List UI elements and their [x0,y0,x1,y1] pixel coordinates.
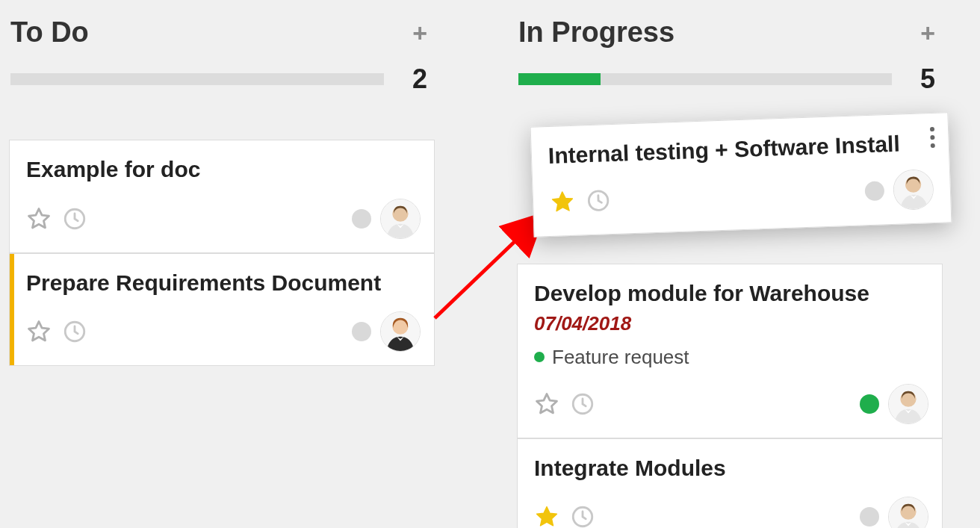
column-progress-row: 2 [9,55,435,105]
task-card[interactable]: Integrate Modules [517,438,943,529]
kebab-icon[interactable] [927,124,938,151]
clock-icon[interactable] [62,319,87,344]
clock-icon[interactable] [62,206,87,232]
card-title: Example for doc [26,155,421,184]
column-header: In Progress + [517,0,943,55]
column-title: In Progress [518,16,674,49]
column-progress-row: 5 [517,55,943,105]
dragged-card[interactable]: Internal testing + Software Install [530,112,952,237]
column-header: To Do + [9,0,435,55]
column-progress-fill [518,73,601,85]
card-list: Develop module for Warehouse 07/04/2018 … [517,264,943,528]
clock-icon[interactable] [586,187,612,214]
task-card[interactable]: Prepare Requirements Document [9,253,435,367]
avatar[interactable] [380,311,421,352]
column-progress-bar [518,73,892,85]
avatar[interactable] [888,497,928,528]
task-card[interactable]: Develop module for Warehouse 07/04/2018 … [517,264,943,438]
kanban-board: To Do + 2 Example for doc [0,0,980,528]
tag-dot [534,352,545,362]
card-title: Prepare Requirements Document [26,269,421,297]
card-footer [534,384,928,424]
star-icon[interactable] [534,391,559,417]
status-dot [352,209,371,229]
star-icon[interactable] [534,504,559,528]
card-title: Integrate Modules [534,454,928,482]
avatar[interactable] [888,384,928,424]
clock-icon[interactable] [570,391,595,417]
column-todo: To Do + 2 Example for doc [9,0,435,528]
card-footer [549,169,934,223]
card-footer [534,497,928,528]
card-footer [26,311,421,352]
plus-icon: + [920,19,935,47]
column-title: To Do [10,16,89,49]
card-list: Example for doc Prepare Requirements Doc… [9,140,435,366]
card-title: Develop module for Warehouse [534,279,928,308]
star-icon[interactable] [26,206,52,232]
star-icon[interactable] [26,319,52,344]
card-tag: Feature request [534,346,928,369]
status-dot [860,394,879,414]
card-footer [26,199,421,239]
plus-icon: + [412,19,427,47]
status-dot [860,507,879,527]
task-card[interactable]: Example for doc [9,140,435,253]
star-icon[interactable] [550,188,576,214]
card-date: 07/04/2018 [534,312,928,335]
tag-label: Feature request [552,346,689,369]
card-title: Internal testing + Software Install [548,128,932,170]
clock-icon[interactable] [570,504,595,528]
status-dot [352,322,371,341]
add-card-button[interactable]: + [412,20,427,46]
column-progress-bar [10,73,384,85]
column-count: 2 [405,63,427,95]
add-card-button[interactable]: + [920,20,935,46]
status-dot [864,181,884,201]
column-count: 5 [913,63,935,95]
column-inprogress: In Progress + 5 Develop module for Wareh… [517,0,943,528]
avatar[interactable] [380,199,421,239]
avatar[interactable] [893,169,934,211]
